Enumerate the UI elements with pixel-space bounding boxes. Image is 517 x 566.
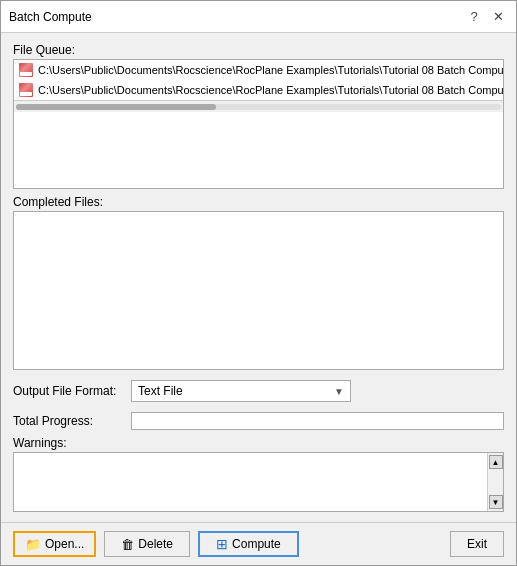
completed-files-label: Completed Files: (13, 195, 504, 209)
dropdown-arrow-icon: ▼ (334, 386, 344, 397)
list-item[interactable]: C:\Users\Public\Documents\Rocscience\Roc… (14, 60, 503, 80)
total-progress-label: Total Progress: (13, 414, 123, 428)
scrollbar-thumb[interactable] (16, 104, 216, 110)
warnings-section: Warnings: ▲ ▼ (13, 436, 504, 512)
batch-compute-dialog: Batch Compute ? ✕ File Queue: C:\Users\P… (0, 0, 517, 566)
delete-button-label: Delete (138, 537, 173, 551)
compute-button[interactable]: Compute (198, 531, 299, 557)
delete-button[interactable]: Delete (104, 531, 190, 557)
compute-button-label: Compute (232, 537, 281, 551)
exit-button[interactable]: Exit (450, 531, 504, 557)
horizontal-scrollbar[interactable] (14, 100, 503, 112)
rocplane-icon-2 (19, 83, 33, 97)
exit-button-label: Exit (467, 537, 487, 551)
title-bar-left: Batch Compute (9, 10, 92, 24)
compute-icon (216, 536, 228, 552)
warnings-scrollbar[interactable]: ▲ ▼ (487, 453, 503, 511)
help-button[interactable]: ? (464, 7, 484, 27)
scroll-down-button[interactable]: ▼ (489, 495, 503, 509)
trash-icon (121, 537, 134, 552)
output-format-row: Output File Format: Text File ▼ (13, 380, 504, 402)
file-queue-section: File Queue: C:\Users\Public\Documents\Ro… (13, 43, 504, 189)
open-button[interactable]: Open... (13, 531, 96, 557)
open-button-label: Open... (45, 537, 84, 551)
output-format-label: Output File Format: (13, 384, 123, 398)
completed-files-listbox[interactable] (13, 211, 504, 370)
scrollbar-track (16, 104, 501, 110)
rocplane-icon-1 (19, 63, 33, 77)
output-format-value: Text File (138, 384, 183, 398)
dialog-title: Batch Compute (9, 10, 92, 24)
list-item[interactable]: C:\Users\Public\Documents\Rocscience\Roc… (14, 80, 503, 100)
warnings-box[interactable]: ▲ ▼ (13, 452, 504, 512)
dialog-body: File Queue: C:\Users\Public\Documents\Ro… (1, 33, 516, 522)
file-path-1: C:\Users\Public\Documents\Rocscience\Roc… (38, 64, 504, 76)
close-button[interactable]: ✕ (488, 7, 508, 27)
scroll-up-button[interactable]: ▲ (489, 455, 503, 469)
file-queue-listbox[interactable]: C:\Users\Public\Documents\Rocscience\Roc… (13, 59, 504, 189)
title-bar: Batch Compute ? ✕ (1, 1, 516, 33)
folder-icon (25, 537, 41, 552)
file-path-2: C:\Users\Public\Documents\Rocscience\Roc… (38, 84, 504, 96)
title-bar-right: ? ✕ (464, 7, 508, 27)
footer-left-buttons: Open... Delete Compute (13, 531, 299, 557)
file-queue-label: File Queue: (13, 43, 504, 57)
total-progress-row: Total Progress: (13, 412, 504, 430)
file-icon-1 (18, 62, 34, 78)
dialog-footer: Open... Delete Compute Exit (1, 522, 516, 565)
file-icon-2 (18, 82, 34, 98)
output-format-dropdown[interactable]: Text File ▼ (131, 380, 351, 402)
completed-files-section: Completed Files: (13, 195, 504, 370)
warnings-label: Warnings: (13, 436, 504, 450)
progress-bar (131, 412, 504, 430)
